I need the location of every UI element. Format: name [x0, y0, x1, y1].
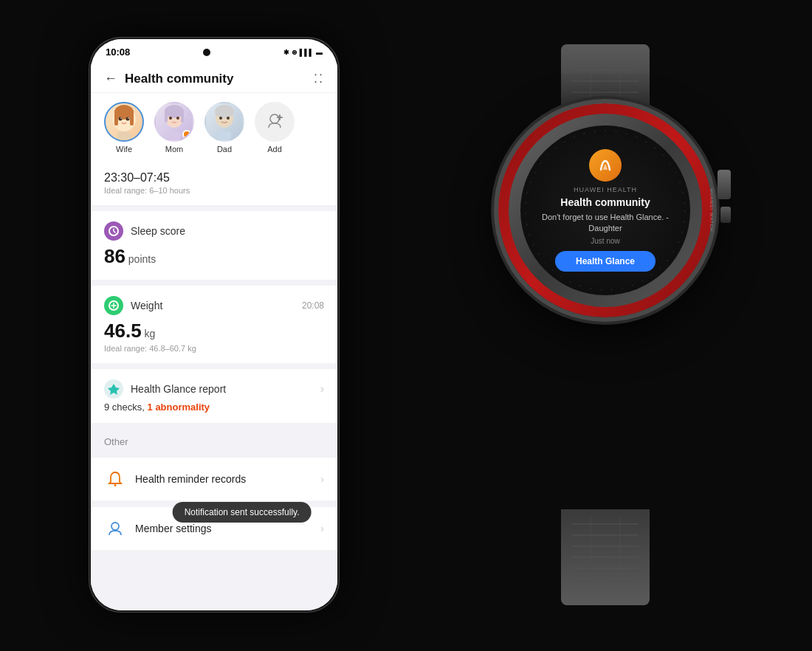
weight-time: 20:08	[302, 300, 324, 311]
member-settings-label: Member settings	[135, 523, 320, 534]
sleep-score-value: 86 points	[104, 245, 324, 268]
svg-point-5	[119, 117, 123, 121]
avatar-add[interactable]: Add	[255, 102, 295, 154]
status-time: 10:08	[106, 46, 130, 58]
dad-label: Dad	[217, 145, 232, 154]
svg-rect-3	[114, 111, 118, 125]
phone-device: 10:08 ✱ ⊛ ▌▌▌ ▬ ← Health community ⁚⁚	[89, 37, 340, 613]
signal-icon: ▌▌▌	[300, 49, 314, 56]
avatar-dad[interactable]: Dad	[204, 102, 244, 154]
add-avatar-circle[interactable]	[255, 102, 295, 142]
other-section-label: Other	[91, 429, 337, 452]
health-glance-report-card[interactable]: Health Glance report › 9 checks, 1 abnor…	[91, 369, 337, 423]
svg-point-22	[270, 114, 279, 123]
svg-rect-21	[218, 131, 231, 140]
sleep-ideal-range: Ideal range: 6–10 hours	[104, 186, 324, 195]
avatar-mom[interactable]: Mom	[154, 102, 194, 154]
notification-tooltip: Notification sent successfully.	[173, 502, 312, 523]
svg-rect-9	[117, 131, 131, 140]
svg-point-6	[126, 117, 130, 121]
sleep-score-icon	[104, 221, 123, 241]
avatars-row: Wife	[91, 93, 337, 161]
watch-screen: Huawei Health Health community Don't for…	[520, 125, 690, 295]
health-glance-chevron: ›	[320, 382, 324, 396]
svg-rect-12	[165, 109, 168, 123]
svg-point-40	[526, 131, 685, 290]
member-settings-chevron: ›	[320, 523, 324, 534]
health-glance-title: Health Glance report	[131, 383, 226, 395]
watch-side-button	[720, 207, 731, 223]
svg-point-29	[114, 484, 117, 486]
watch-case: Huawei Health Health community Don't for…	[498, 103, 712, 317]
svg-point-31	[111, 523, 119, 530]
dad-avatar-circle[interactable]	[204, 102, 244, 142]
battery-icon: ▬	[316, 49, 323, 56]
bezel-brand-text: HUAWEI WATCH	[709, 189, 714, 232]
bluetooth-icon: ✱	[283, 49, 289, 56]
wife-avatar-circle[interactable]	[104, 102, 144, 142]
health-glance-checks: 9 checks, 1 abnormality	[104, 402, 324, 413]
mom-online-dot	[182, 130, 191, 139]
mom-avatar-circle[interactable]	[154, 102, 194, 142]
phone-screen: ← Health community ⁚⁚	[91, 62, 337, 610]
back-button[interactable]: ←	[104, 71, 117, 86]
watch-device: Huawei Health Health community Don't for…	[465, 44, 746, 605]
add-label: Add	[267, 145, 282, 154]
content-scroll: 23:30–07:45 Ideal range: 6–10 hours Slee…	[91, 161, 337, 610]
status-bar: 10:08 ✱ ⊛ ▌▌▌ ▬	[91, 39, 337, 62]
svg-point-8	[128, 117, 129, 119]
page-title: Health community	[125, 72, 306, 86]
svg-point-18	[215, 105, 234, 118]
health-glance-icon	[104, 379, 123, 399]
svg-point-15	[176, 117, 179, 120]
watch-crown	[718, 170, 731, 199]
watch-body: Huawei Health Health community Don't for…	[465, 44, 746, 605]
camera-notch	[203, 49, 210, 56]
app-header: ← Health community ⁚⁚	[91, 62, 337, 93]
avatar-wife[interactable]: Wife	[104, 102, 144, 154]
weight-value: 46.5 kg	[104, 320, 324, 342]
svg-point-20	[227, 117, 230, 120]
mom-label: Mom	[165, 145, 183, 154]
svg-point-14	[169, 117, 172, 120]
wife-label: Wife	[116, 145, 132, 154]
sleep-time-value: 23:30–07:45	[104, 171, 324, 185]
sleep-score-card: Sleep score 86 points	[91, 211, 337, 280]
health-reminder-label: Health reminder records	[135, 473, 320, 485]
svg-point-39	[522, 127, 689, 294]
status-icons: ✱ ⊛ ▌▌▌ ▬	[283, 49, 323, 56]
svg-rect-16	[168, 131, 181, 140]
more-menu-button[interactable]: ⁚⁚	[314, 72, 324, 86]
health-reminder-item[interactable]: Health reminder records › Notification s…	[91, 458, 337, 501]
weight-card: Weight 20:08 46.5 kg Ideal range: 46.8–6…	[91, 286, 337, 363]
sleep-score-title: Sleep score	[131, 225, 185, 237]
svg-point-19	[219, 117, 222, 120]
weight-title: Weight	[131, 300, 162, 311]
svg-rect-13	[181, 109, 184, 123]
health-reminder-chevron: ›	[320, 473, 324, 485]
sleep-time-card: 23:30–07:45 Ideal range: 6–10 hours	[91, 161, 337, 205]
svg-point-7	[120, 117, 122, 119]
bell-icon	[104, 468, 126, 490]
weight-ideal-range: Ideal range: 46.8–60.7 kg	[104, 344, 324, 353]
watch-band-bottom	[561, 509, 650, 605]
svg-rect-4	[130, 111, 134, 125]
wifi-icon: ⊛	[292, 49, 297, 56]
member-icon	[104, 517, 126, 540]
weight-icon	[104, 296, 123, 315]
